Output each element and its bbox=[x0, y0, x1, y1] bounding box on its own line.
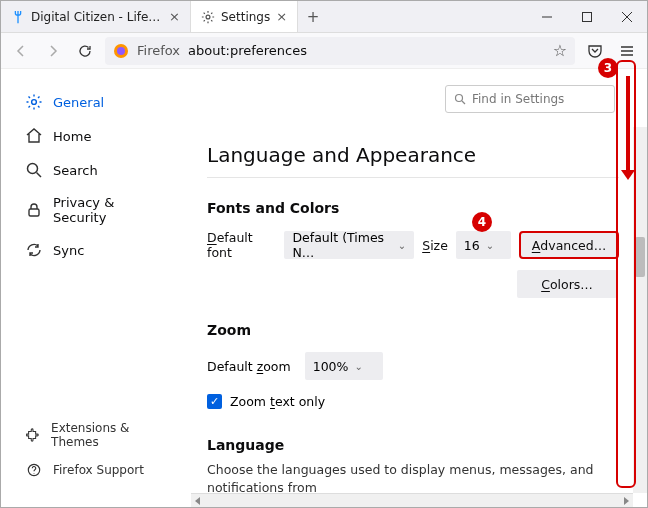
advanced-fonts-button[interactable]: Advanced… bbox=[519, 231, 619, 259]
svg-point-0 bbox=[206, 15, 210, 19]
lock-icon bbox=[25, 201, 43, 219]
settings-sidebar: General Home Search Privacy & Security S… bbox=[1, 69, 191, 507]
svg-rect-13 bbox=[29, 209, 39, 216]
zoom-text-only-checkbox[interactable]: ✓ bbox=[207, 394, 222, 409]
sync-icon bbox=[25, 241, 43, 259]
sidebar-item-search[interactable]: Search bbox=[1, 153, 191, 187]
reload-button[interactable] bbox=[73, 39, 97, 63]
sidebar-item-extensions[interactable]: Extensions & Themes bbox=[1, 415, 191, 455]
search-placeholder: Find in Settings bbox=[472, 92, 564, 106]
select-value: 16 bbox=[464, 238, 480, 253]
sidebar-item-label: Extensions & Themes bbox=[51, 421, 167, 449]
default-zoom-label: Default zoom bbox=[207, 359, 291, 374]
fonts-heading: Fonts and Colors bbox=[207, 200, 619, 216]
annotation-badge-4: 4 bbox=[472, 212, 492, 232]
url-text: about:preferences bbox=[188, 43, 307, 58]
colors-button[interactable]: Colors… bbox=[517, 270, 617, 298]
settings-search-input[interactable]: Find in Settings bbox=[445, 85, 615, 113]
close-icon[interactable]: × bbox=[276, 9, 287, 24]
close-window-button[interactable] bbox=[607, 1, 647, 32]
sidebar-item-label: Firefox Support bbox=[53, 463, 144, 477]
app-menu-button[interactable] bbox=[615, 39, 639, 63]
tab-label: Settings bbox=[221, 10, 270, 24]
chevron-down-icon: ⌄ bbox=[354, 361, 362, 372]
divider bbox=[207, 177, 619, 178]
title-bar: Digital Citizen - Life in a digital × Se… bbox=[1, 1, 647, 33]
firefox-icon bbox=[113, 43, 129, 59]
chevron-down-icon: ⌄ bbox=[486, 240, 494, 251]
font-size-select[interactable]: 16 ⌄ bbox=[456, 231, 511, 259]
new-tab-button[interactable]: + bbox=[298, 1, 328, 32]
scrollbar-thumb[interactable] bbox=[635, 237, 645, 277]
home-icon bbox=[25, 127, 43, 145]
close-icon[interactable]: × bbox=[169, 9, 180, 24]
default-font-label: Default font bbox=[207, 230, 276, 260]
svg-point-6 bbox=[117, 47, 125, 55]
svg-point-10 bbox=[32, 100, 37, 105]
settings-main: Find in Settings Language and Appearance… bbox=[191, 69, 647, 507]
tab-digital-citizen[interactable]: Digital Citizen - Life in a digital × bbox=[1, 1, 191, 32]
favicon-icon bbox=[11, 10, 25, 24]
sidebar-item-support[interactable]: Firefox Support bbox=[1, 455, 191, 485]
minimize-button[interactable] bbox=[527, 1, 567, 32]
back-button[interactable] bbox=[9, 39, 33, 63]
maximize-button[interactable] bbox=[567, 1, 607, 32]
sidebar-item-label: Sync bbox=[53, 243, 84, 258]
default-font-select[interactable]: Default (Times N… ⌄ bbox=[284, 231, 414, 259]
language-heading: Language bbox=[207, 437, 619, 453]
gear-icon bbox=[201, 10, 215, 24]
zoom-text-only-label: Zoom text only bbox=[230, 394, 325, 409]
svg-rect-2 bbox=[583, 12, 592, 21]
svg-line-16 bbox=[462, 101, 465, 104]
sidebar-item-sync[interactable]: Sync bbox=[1, 233, 191, 267]
language-description: Choose the languages used to display men… bbox=[207, 461, 619, 496]
select-value: Default (Times N… bbox=[292, 230, 391, 260]
zoom-heading: Zoom bbox=[207, 322, 619, 338]
tab-settings[interactable]: Settings × bbox=[191, 1, 298, 32]
search-icon bbox=[25, 161, 43, 179]
sidebar-item-privacy[interactable]: Privacy & Security bbox=[1, 187, 191, 233]
size-label: Size bbox=[422, 238, 448, 253]
nav-toolbar: Firefox about:preferences ☆ bbox=[1, 33, 647, 69]
sidebar-item-general[interactable]: General bbox=[1, 85, 191, 119]
svg-point-11 bbox=[28, 164, 38, 174]
svg-line-12 bbox=[37, 173, 42, 178]
url-prefix: Firefox bbox=[137, 43, 180, 58]
url-bar[interactable]: Firefox about:preferences ☆ bbox=[105, 37, 575, 65]
tab-label: Digital Citizen - Life in a digital bbox=[31, 10, 163, 24]
sidebar-item-label: Search bbox=[53, 163, 98, 178]
sidebar-item-home[interactable]: Home bbox=[1, 119, 191, 153]
tab-strip: Digital Citizen - Life in a digital × Se… bbox=[1, 1, 527, 32]
horizontal-scrollbar[interactable] bbox=[191, 493, 633, 507]
sidebar-item-label: Privacy & Security bbox=[53, 195, 167, 225]
vertical-scrollbar[interactable] bbox=[633, 127, 647, 493]
annotation-arrow bbox=[626, 76, 630, 172]
section-heading: Language and Appearance bbox=[207, 143, 619, 167]
select-value: 100% bbox=[313, 359, 349, 374]
forward-button[interactable] bbox=[41, 39, 65, 63]
search-icon bbox=[454, 93, 466, 105]
sidebar-item-label: Home bbox=[53, 129, 91, 144]
help-icon bbox=[25, 461, 43, 479]
bookmark-star-icon[interactable]: ☆ bbox=[553, 41, 567, 60]
annotation-badge-3: 3 bbox=[598, 58, 618, 78]
gear-icon bbox=[25, 93, 43, 111]
puzzle-icon bbox=[25, 426, 41, 444]
chevron-down-icon: ⌄ bbox=[398, 240, 406, 251]
default-zoom-select[interactable]: 100% ⌄ bbox=[305, 352, 383, 380]
svg-point-15 bbox=[456, 95, 463, 102]
sidebar-item-label: General bbox=[53, 95, 104, 110]
